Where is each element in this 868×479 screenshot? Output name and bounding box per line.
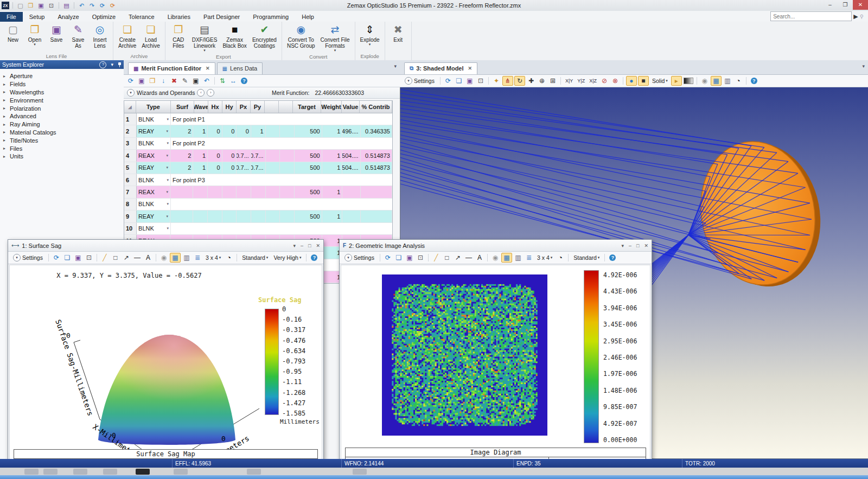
search-input[interactable] [770, 11, 852, 21]
ribbon-tab-analyze[interactable]: Analyze [51, 12, 85, 22]
chevron-down-icon[interactable]: ▾ [166, 154, 168, 158]
value-cell[interactable] [193, 210, 208, 222]
value-cell[interactable] [361, 186, 392, 197]
value-cell[interactable]: 0 [222, 150, 237, 161]
ribbon-tab-optimize[interactable]: Optimize [86, 12, 122, 22]
pencil-icon[interactable]: ╱ [431, 253, 441, 262]
comment-cell[interactable]: For point P2 [171, 138, 392, 149]
solid-dropdown[interactable]: Solid▾ [650, 77, 670, 85]
help-icon[interactable]: ? [239, 76, 249, 85]
value-cell[interactable] [251, 210, 266, 222]
close-icon[interactable]: ✕ [316, 243, 320, 248]
value-cell[interactable]: 1 [322, 210, 343, 222]
settings-button[interactable]: ▾Settings [342, 253, 377, 262]
layers-icon[interactable]: ▥ [182, 253, 192, 262]
yz-view-button[interactable]: Y|Z [576, 78, 586, 84]
ribbon-tab-part-designer[interactable]: Part Designer [197, 12, 246, 22]
column-header-Value[interactable]: Value [342, 101, 360, 113]
orbit-icon[interactable]: ↻ [514, 76, 525, 86]
value-cell[interactable] [170, 210, 193, 222]
value-cell[interactable] [266, 162, 280, 174]
sidebar-item-files[interactable]: ▸Files [0, 144, 124, 152]
wizards-label[interactable]: Wizards and Operands [137, 90, 195, 96]
column-header-Weight[interactable]: Weight [321, 101, 342, 113]
value-cell[interactable] [361, 210, 392, 222]
value-cell[interactable]: 0 [222, 162, 237, 174]
clock-icon[interactable]: ◔ [556, 253, 565, 262]
value-cell[interactable] [208, 210, 222, 222]
value-cell[interactable]: 1 [322, 125, 343, 137]
next-icon[interactable]: › [207, 89, 214, 97]
ribbon-tab-libraries[interactable]: Libraries [161, 12, 197, 22]
value-cell[interactable]: 500 [295, 162, 322, 174]
value-cell[interactable]: 2 [170, 162, 193, 174]
column-header-Px[interactable]: Px [237, 101, 251, 113]
grid-blue-icon[interactable]: ▦ [711, 76, 722, 86]
column-header-Py[interactable]: Py [251, 101, 265, 113]
swap-vert-icon[interactable]: ⇅ [218, 76, 227, 85]
chevron-down-icon[interactable]: ▾ [166, 165, 168, 170]
tab-lens-data[interactable]: ▦ Lens Data [217, 62, 263, 74]
chevron-down-icon[interactable]: ▾ [167, 202, 169, 206]
taskbar-app-icon[interactable] [73, 469, 87, 475]
line-icon[interactable]: — [464, 253, 474, 262]
value-cell[interactable] [208, 186, 222, 197]
value-cell[interactable] [266, 150, 280, 161]
value-cell[interactable]: 0.514873 [361, 150, 392, 161]
zemax-black-box-button[interactable]: ■Zemax Black Box [220, 23, 249, 50]
print-icon[interactable]: ⊡ [84, 253, 94, 262]
close-icon[interactable]: ✕ [468, 66, 473, 71]
new-doc-icon[interactable]: ▢ [16, 2, 24, 9]
save-disk-icon[interactable]: ▣ [465, 76, 475, 85]
value-cell[interactable]: 0 [222, 125, 237, 137]
maximize-icon[interactable]: □ [308, 243, 311, 248]
very-high-dropdown[interactable]: Very High▾ [271, 254, 303, 261]
3-x-4-dropdown[interactable]: 3 x 4▾ [203, 254, 223, 261]
maximize-icon[interactable]: □ [636, 243, 639, 248]
value-cell[interactable] [280, 210, 295, 222]
restore-button[interactable]: ❐ [838, 0, 853, 10]
value-cell[interactable] [222, 210, 237, 222]
search-icon[interactable]: ⚲ [860, 14, 864, 20]
comment-cell[interactable]: For point P3 [171, 174, 392, 186]
dxf-iges-linework-button[interactable]: ▤DXF/IGES Linework▾ [189, 23, 220, 53]
table-row[interactable]: 5REAY▾21000.7...0.7...5001504....0.51487… [124, 162, 392, 174]
value-cell[interactable]: 500 [295, 186, 322, 197]
value-cell[interactable]: 0.7... [237, 162, 251, 174]
sidebar-item-fields[interactable]: ▸Fields [0, 80, 124, 88]
text-icon[interactable]: A [143, 253, 153, 262]
table-row[interactable]: 1BLNK▾For point P1 [124, 113, 392, 125]
search-go-icon[interactable]: ▶ [853, 13, 858, 20]
settings-button[interactable]: ▾Settings [10, 253, 46, 262]
value-cell[interactable]: 496.... [342, 125, 360, 137]
swap-horiz-icon[interactable]: ↔ [228, 76, 238, 85]
chevron-down-icon[interactable]: ▾ [167, 226, 169, 231]
value-cell[interactable]: 1 [193, 150, 208, 161]
value-cell[interactable]: 0.7... [251, 150, 266, 161]
ribbon-tab-tolerance[interactable]: Tolerance [122, 12, 161, 22]
close-button[interactable]: ✕ [853, 0, 868, 10]
value-cell[interactable]: 504.... [342, 150, 360, 161]
minimize-icon[interactable]: – [301, 243, 303, 248]
sidebar-item-material-catalogs[interactable]: ▸Material Catalogs [0, 129, 124, 137]
move-icon[interactable]: ✚ [526, 76, 536, 85]
table-row[interactable]: 2REAY▾2100015001496....0.346335 [124, 125, 392, 137]
column-header-Type[interactable]: Type [136, 101, 171, 113]
open-folder-icon[interactable]: ❐ [27, 2, 35, 9]
value-cell[interactable]: 500 [295, 125, 322, 137]
print-icon[interactable]: ⊡ [416, 253, 425, 262]
value-cell[interactable]: 0.7... [251, 162, 266, 174]
copy-icon[interactable]: ❏ [454, 76, 464, 85]
operand-type-cell[interactable]: REAY▾ [137, 210, 170, 222]
ribbon-tab-help[interactable]: Help [295, 12, 321, 22]
grid-blue-icon[interactable]: ▦ [170, 253, 181, 263]
value-cell[interactable]: 1 [322, 186, 343, 197]
value-cell[interactable] [266, 186, 280, 197]
tripod-icon[interactable]: ⋔ [502, 76, 513, 86]
taskbar-app-icon[interactable] [353, 469, 367, 475]
undo-icon[interactable]: ↶ [78, 2, 86, 9]
gia-title-bar[interactable]: F 2: Geometric Image Analysis ▾ – □ ✕ [340, 240, 652, 252]
globe-icon[interactable]: ● [626, 76, 637, 86]
operand-type-cell[interactable]: BLNK▾ [137, 113, 171, 125]
column-header-Hy[interactable]: Hy [222, 101, 237, 113]
